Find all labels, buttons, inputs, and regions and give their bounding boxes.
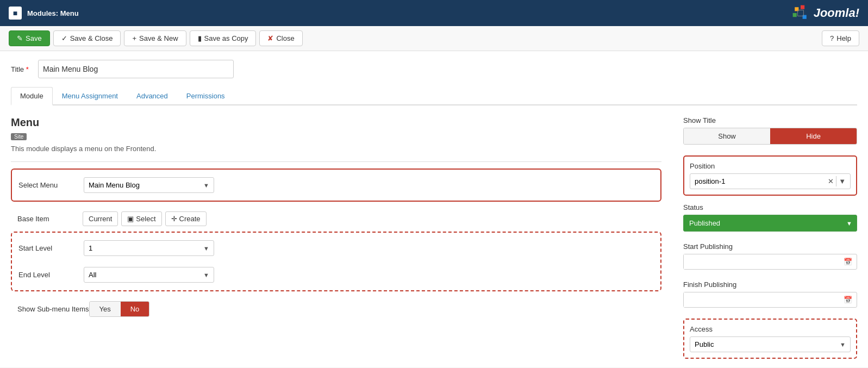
- base-item-create-button[interactable]: ✛ Create: [165, 211, 207, 226]
- select-menu-label: Select Menu: [18, 181, 84, 189]
- header: ■ Modules: Menu Joomla!: [0, 0, 868, 26]
- copy-icon: ▮: [198, 34, 202, 42]
- start-publishing-input[interactable]: [684, 254, 839, 269]
- position-section: Position ✕ ▼: [683, 155, 857, 196]
- select-menu-row: Select Menu Main Menu Blog ▼: [12, 172, 660, 198]
- start-publishing-calendar-icon[interactable]: 📅: [839, 254, 857, 269]
- help-icon: ?: [830, 34, 834, 42]
- end-level-wrapper: All ▼: [84, 267, 214, 283]
- status-arrow-icon: ▼: [842, 220, 857, 227]
- finish-publishing-label: Finish Publishing: [683, 280, 857, 289]
- finish-publishing-calendar-icon[interactable]: 📅: [839, 292, 857, 307]
- position-label: Position: [690, 162, 851, 170]
- tab-menu-assignment[interactable]: Menu Assignment: [53, 87, 127, 105]
- finish-publishing-section: Finish Publishing 📅: [683, 280, 857, 308]
- show-hide-group: Show Hide: [683, 128, 857, 145]
- end-level-select[interactable]: All: [84, 267, 199, 282]
- status-section: Status Published Unpublished Trashed ▼: [683, 203, 857, 232]
- title-required: *: [26, 65, 29, 73]
- base-item-label: Base Item: [17, 215, 83, 223]
- joomla-logo: Joomla!: [791, 3, 859, 23]
- site-badge: Site: [11, 133, 27, 140]
- title-input[interactable]: [38, 60, 234, 78]
- joomla-logo-icon: [791, 3, 810, 23]
- select-menu-section: Select Menu Main Menu Blog ▼: [11, 169, 661, 202]
- save-label: Save: [26, 34, 42, 42]
- plus-icon: +: [132, 34, 136, 42]
- module-description: This module displays a menu on the Front…: [11, 145, 661, 153]
- divider-1: [11, 161, 661, 162]
- hide-button[interactable]: Hide: [770, 128, 857, 144]
- show-title-label: Show Title: [683, 116, 857, 124]
- start-publishing-label: Start Publishing: [683, 242, 857, 251]
- access-arrow-icon: ▼: [835, 341, 850, 348]
- base-item-select-button[interactable]: ▣ Select: [121, 211, 161, 226]
- save-copy-label: Save as Copy: [204, 34, 248, 42]
- submenu-label: Show Sub-menu Items: [17, 305, 89, 313]
- tab-permissions[interactable]: Permissions: [177, 87, 234, 105]
- tab-advanced[interactable]: Advanced: [127, 87, 177, 105]
- submenu-control: Yes No: [89, 301, 655, 317]
- base-item-controls: Current ▣ Select ✛ Create: [83, 211, 655, 226]
- left-panel: Menu Site This module displays a menu on…: [11, 116, 683, 359]
- submenu-yes-button[interactable]: Yes: [90, 302, 121, 316]
- level-section: Start Level 1 ▼ End Level: [11, 232, 661, 291]
- start-level-wrapper: 1 ▼: [84, 240, 214, 256]
- main-layout: Menu Site This module displays a menu on…: [11, 116, 857, 359]
- header-left: ■ Modules: Menu: [9, 7, 79, 20]
- start-publishing-row: 📅: [683, 254, 857, 270]
- submenu-toggle: Yes No: [89, 301, 150, 317]
- start-level-select[interactable]: 1: [84, 241, 199, 255]
- status-label: Status: [683, 203, 857, 211]
- title-label: Title *: [11, 65, 33, 73]
- save-new-label: Save & New: [139, 34, 178, 42]
- access-select-wrapper: Public Registered Special ▼: [690, 336, 851, 352]
- access-section: Access Public Registered Special ▼: [683, 319, 857, 359]
- start-level-row: Start Level 1 ▼: [12, 235, 660, 261]
- save-new-button[interactable]: + Save & New: [124, 30, 186, 46]
- submenu-no-button[interactable]: No: [121, 302, 149, 316]
- finish-publishing-row: 📅: [683, 292, 857, 308]
- finish-publishing-input[interactable]: [684, 292, 839, 307]
- select-menu-select[interactable]: Main Menu Blog: [84, 178, 199, 192]
- checkmark-icon: ✓: [61, 34, 67, 42]
- position-input[interactable]: [692, 175, 826, 188]
- save-copy-button[interactable]: ▮ Save as Copy: [190, 30, 257, 46]
- select-file-icon: ▣: [127, 215, 134, 223]
- help-button[interactable]: ? Help: [822, 30, 859, 46]
- select-menu-arrow-icon: ▼: [199, 182, 214, 189]
- position-input-row: ✕ ▼: [690, 173, 851, 189]
- help-label: Help: [836, 34, 851, 42]
- status-select[interactable]: Published Unpublished Trashed: [684, 215, 842, 231]
- base-item-control: Current ▣ Select ✛ Create: [83, 211, 655, 226]
- position-dropdown-icon[interactable]: ▼: [836, 176, 848, 186]
- show-title-section: Show Title Show Hide: [683, 116, 857, 145]
- base-item-row: Base Item Current ▣ Select ✛ Create: [11, 206, 661, 232]
- start-publishing-section: Start Publishing 📅: [683, 242, 857, 270]
- position-clear-icon[interactable]: ✕: [826, 176, 836, 186]
- start-level-label: Start Level: [18, 244, 84, 252]
- submenu-row: Show Sub-menu Items Yes No: [11, 296, 661, 322]
- save-close-label: Save & Close: [70, 34, 113, 42]
- page-title: Modules: Menu: [27, 9, 79, 17]
- module-icon: ■: [9, 7, 22, 20]
- base-item-current: Current: [83, 211, 118, 226]
- tab-module[interactable]: Module: [11, 87, 53, 105]
- plus-circle-icon: ✛: [171, 215, 177, 223]
- tabs: Module Menu Assignment Advanced Permissi…: [11, 87, 857, 105]
- start-level-control: 1 ▼: [84, 240, 654, 256]
- title-row: Title *: [11, 60, 857, 78]
- access-select[interactable]: Public Registered Special: [690, 337, 835, 352]
- toolbar: ✎ Save ✓ Save & Close + Save & New ▮ Sav…: [0, 26, 868, 51]
- show-button[interactable]: Show: [684, 128, 770, 144]
- start-level-arrow-icon: ▼: [199, 245, 214, 252]
- end-level-row: End Level All ▼: [12, 261, 660, 288]
- save-button[interactable]: ✎ Save: [9, 30, 50, 46]
- select-menu-control: Main Menu Blog ▼: [84, 177, 654, 193]
- save-icon: ✎: [17, 34, 23, 42]
- joomla-text: Joomla!: [814, 6, 859, 20]
- close-button[interactable]: ✘ Close: [259, 30, 302, 46]
- save-close-button[interactable]: ✓ Save & Close: [53, 30, 121, 46]
- close-icon: ✘: [267, 34, 273, 42]
- module-section-title: Menu: [11, 116, 661, 129]
